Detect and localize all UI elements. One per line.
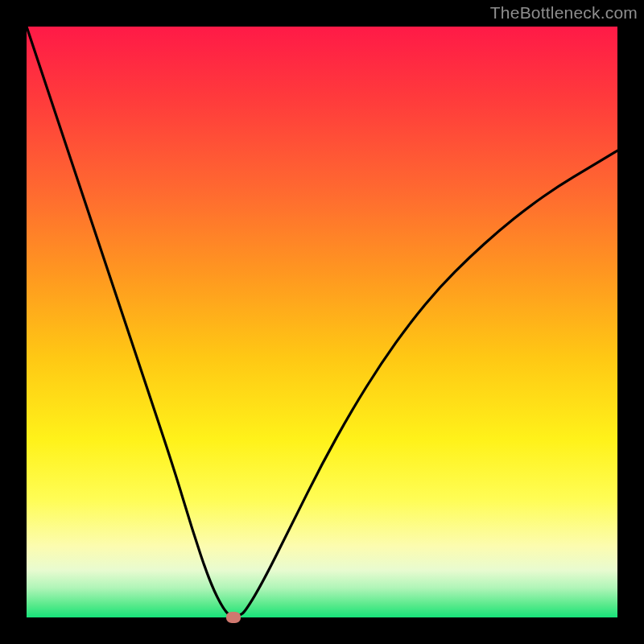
- minimum-marker: [226, 612, 241, 623]
- chart-frame: TheBottleneck.com: [0, 0, 644, 644]
- watermark-text: TheBottleneck.com: [490, 3, 638, 23]
- plot-area: [27, 27, 617, 617]
- bottleneck-curve: [27, 27, 617, 617]
